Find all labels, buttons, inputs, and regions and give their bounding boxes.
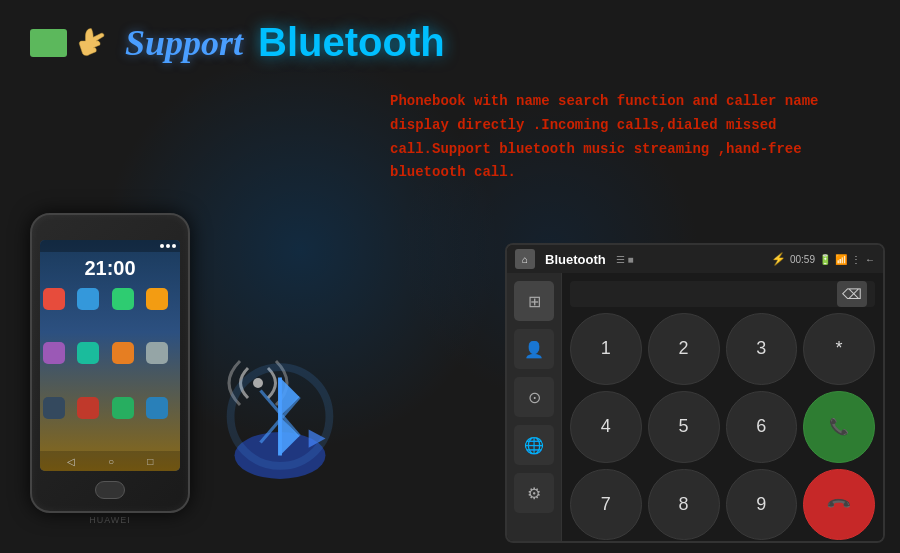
- statusbar-right-area: ⚡ 00:59 🔋 📶 ⋮ ←: [771, 252, 875, 266]
- app-icon-9: [43, 397, 65, 419]
- sidebar-contacts-btn[interactable]: 👤: [514, 329, 554, 369]
- phone-status-bar: [40, 240, 180, 252]
- dial-btn-9[interactable]: 9: [726, 469, 798, 541]
- call-red-icon: 📞: [825, 491, 853, 519]
- car-statusbar: ⌂ Bluetooth ☰ ■ ⚡ 00:59 🔋 📶 ⋮ ←: [507, 245, 883, 273]
- app-icon-1: [43, 288, 65, 310]
- backspace-button[interactable]: ⌫: [837, 281, 867, 307]
- app-icon-10: [77, 397, 99, 419]
- phone-screen: 21:00 ◁ ○ □: [40, 240, 180, 471]
- statusbar-menu[interactable]: ⋮: [851, 254, 861, 265]
- statusbar-back[interactable]: ←: [865, 254, 875, 265]
- dial-btn-7[interactable]: 7: [570, 469, 642, 541]
- support-title: Support: [125, 22, 243, 64]
- sidebar-dialpad-btn[interactable]: ⊞: [514, 281, 554, 321]
- call-red-button[interactable]: 📞: [803, 469, 875, 541]
- pointing-finger-icon: [72, 23, 110, 63]
- app-icon-6: [77, 342, 99, 364]
- dial-btn-2[interactable]: 2: [648, 313, 720, 385]
- bluetooth-logo-svg: [215, 358, 345, 488]
- bluetooth-logo: [215, 358, 345, 488]
- phone-bottom-bar: ◁ ○ □: [40, 451, 180, 471]
- car-sidebar: ⊞ 👤 ⊙ 🌐 ⚙: [507, 273, 562, 541]
- app-icon-7: [112, 342, 134, 364]
- app-icon-11: [112, 397, 134, 419]
- phone-brand-label: HUAWEI: [10, 515, 210, 525]
- car-screen-title: Bluetooth: [545, 252, 606, 267]
- phone-home-button: [95, 481, 125, 499]
- statusbar-time: 00:59: [790, 254, 815, 265]
- statusbar-battery: 🔋: [819, 254, 831, 265]
- dial-btn-star[interactable]: *: [803, 313, 875, 385]
- app-icon-3: [112, 288, 134, 310]
- header: Support Bluetooth: [30, 15, 870, 70]
- sidebar-siri-btn[interactable]: 🌐: [514, 425, 554, 465]
- dial-btn-4[interactable]: 4: [570, 391, 642, 463]
- phone-time: 21:00: [40, 257, 180, 280]
- dialpad-grid: 1 2 3 * 4 5 6 📞 7 8 9 📞 0+ #: [570, 313, 875, 543]
- statusbar-signal: 📶: [835, 254, 847, 265]
- phone-body: 21:00 ◁ ○ □: [30, 213, 190, 513]
- description-text: Phonebook with name search function and …: [390, 90, 880, 185]
- hand-icon-container: [30, 15, 110, 70]
- phone-container: 21:00 ◁ ○ □: [10, 213, 210, 533]
- bluetooth-title: Bluetooth: [258, 20, 445, 65]
- dial-btn-8[interactable]: 8: [648, 469, 720, 541]
- call-green-button[interactable]: 📞: [803, 391, 875, 463]
- dial-btn-5[interactable]: 5: [648, 391, 720, 463]
- phone-app-grid: [40, 285, 180, 451]
- app-icon-8: [146, 342, 168, 364]
- app-icon-5: [43, 342, 65, 364]
- dial-btn-6[interactable]: 6: [726, 391, 798, 463]
- dialpad-display: ⌫: [570, 281, 875, 307]
- statusbar-home-icon[interactable]: ⌂: [515, 249, 535, 269]
- app-icon-2: [77, 288, 99, 310]
- call-green-icon: 📞: [829, 417, 849, 436]
- app-icon-4: [146, 288, 168, 310]
- bt-status-icon: ⚡: [771, 252, 786, 266]
- dial-btn-3[interactable]: 3: [726, 313, 798, 385]
- car-screen-body: ⊞ 👤 ⊙ 🌐 ⚙ ⌫ 1 2 3 * 4 5 6 📞: [507, 273, 883, 541]
- app-icon-12: [146, 397, 168, 419]
- car-dialpad-area: ⌫ 1 2 3 * 4 5 6 📞 7 8 9 📞: [562, 273, 883, 541]
- car-screen: ⌂ Bluetooth ☰ ■ ⚡ 00:59 🔋 📶 ⋮ ← ⊞ 👤 ⊙ 🌐 …: [505, 243, 885, 543]
- green-card: [30, 29, 67, 57]
- sidebar-settings-btn[interactable]: ⚙: [514, 473, 554, 513]
- dial-btn-1[interactable]: 1: [570, 313, 642, 385]
- sidebar-recents-btn[interactable]: ⊙: [514, 377, 554, 417]
